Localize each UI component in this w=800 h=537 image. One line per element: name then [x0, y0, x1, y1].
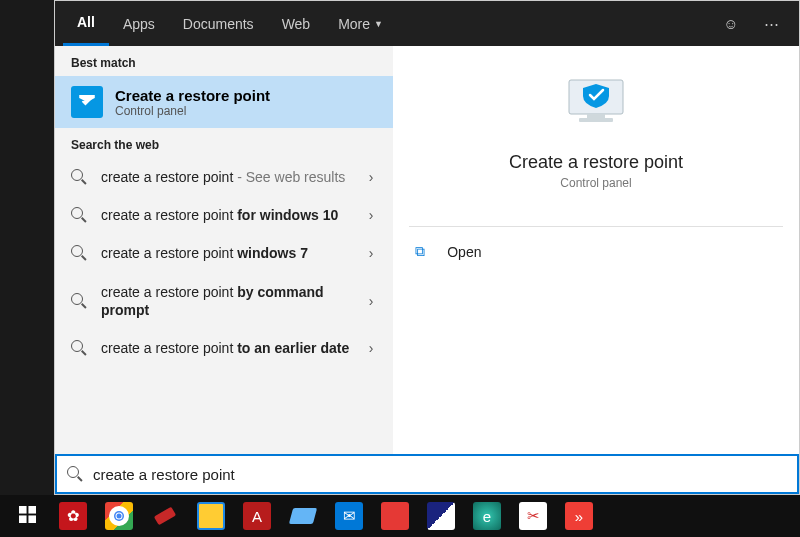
feedback-icon[interactable]: ☺ [711, 15, 751, 32]
chevron-right-icon: › [361, 245, 381, 261]
taskbar-app-launcher[interactable] [418, 495, 464, 537]
best-match-text: Create a restore point Control panel [115, 87, 270, 118]
search-icon [71, 340, 87, 356]
taskbar-app-pdf[interactable]: A [234, 495, 280, 537]
windows-logo-icon [19, 506, 36, 527]
taskbar-app-mail[interactable]: ✉ [326, 495, 372, 537]
svg-rect-1 [587, 114, 605, 118]
taskbar-app-edge[interactable]: e [464, 495, 510, 537]
web-result-text: create a restore point - See web results [101, 168, 361, 186]
best-match-title: Create a restore point [115, 87, 270, 104]
open-icon: ⧉ [415, 243, 435, 260]
windows-search-panel: All Apps Documents Web More▼ ☺ ⋯ Best ma… [54, 0, 800, 495]
search-icon [71, 293, 87, 309]
search-input[interactable] [93, 466, 787, 483]
more-options-icon[interactable]: ⋯ [751, 15, 791, 33]
search-icon [71, 207, 87, 223]
search-input-bar[interactable] [55, 454, 799, 494]
chevron-right-icon: › [361, 340, 381, 356]
taskbar-app-snip[interactable]: ✂ [510, 495, 556, 537]
chevron-right-icon: › [361, 207, 381, 223]
chevron-right-icon: › [361, 293, 381, 309]
start-button[interactable] [4, 495, 50, 537]
detail-title: Create a restore point [509, 152, 683, 173]
taskbar-app-notes[interactable] [280, 495, 326, 537]
taskbar: ✿ A ✉ e ✂ » [0, 495, 800, 537]
web-result-0[interactable]: create a restore point - See web results… [55, 158, 393, 196]
search-icon [71, 169, 87, 185]
web-result-2[interactable]: create a restore point windows 7 › [55, 234, 393, 272]
search-icon [71, 245, 87, 261]
monitor-shield-icon [561, 74, 631, 134]
web-result-4[interactable]: create a restore point to an earlier dat… [55, 329, 393, 367]
detail-subtitle: Control panel [560, 176, 631, 190]
web-result-text: create a restore point by command prompt [101, 283, 361, 319]
web-result-text: create a restore point for windows 10 [101, 206, 361, 224]
chevron-down-icon: ▼ [374, 19, 383, 29]
taskbar-app-usb[interactable] [142, 495, 188, 537]
tab-all[interactable]: All [63, 1, 109, 46]
svg-rect-6 [28, 515, 36, 523]
best-match-result[interactable]: Create a restore point Control panel [55, 76, 393, 128]
taskbar-app-file-explorer[interactable] [188, 495, 234, 537]
web-result-text: create a restore point windows 7 [101, 244, 361, 262]
results-column: Best match Create a restore point Contro… [55, 46, 393, 454]
svg-rect-4 [28, 506, 36, 514]
search-main-area: Best match Create a restore point Contro… [55, 46, 799, 454]
svg-rect-5 [19, 515, 27, 523]
svg-rect-2 [579, 118, 613, 122]
web-result-text: create a restore point to an earlier dat… [101, 339, 361, 357]
tab-more[interactable]: More▼ [324, 1, 397, 46]
search-web-header: Search the web [55, 128, 393, 158]
open-action[interactable]: ⧉ Open [409, 235, 783, 268]
chevron-right-icon: › [361, 169, 381, 185]
shield-check-icon [71, 86, 103, 118]
tab-web[interactable]: Web [268, 1, 325, 46]
taskbar-app-anydesk[interactable]: » [556, 495, 602, 537]
search-tabs-bar: All Apps Documents Web More▼ ☺ ⋯ [55, 1, 799, 46]
web-result-1[interactable]: create a restore point for windows 10 › [55, 196, 393, 234]
web-result-3[interactable]: create a restore point by command prompt… [55, 273, 393, 329]
taskbar-app-red-box[interactable] [372, 495, 418, 537]
detail-pane: Create a restore point Control panel ⧉ O… [393, 46, 799, 454]
open-label: Open [447, 244, 481, 260]
svg-point-10 [117, 514, 122, 519]
taskbar-app-huawei[interactable]: ✿ [50, 495, 96, 537]
taskbar-app-chrome[interactable] [96, 495, 142, 537]
search-icon [67, 466, 83, 482]
divider [409, 226, 783, 227]
svg-rect-3 [19, 506, 27, 514]
best-match-header: Best match [55, 46, 393, 76]
tab-apps[interactable]: Apps [109, 1, 169, 46]
tab-documents[interactable]: Documents [169, 1, 268, 46]
best-match-subtitle: Control panel [115, 104, 270, 118]
